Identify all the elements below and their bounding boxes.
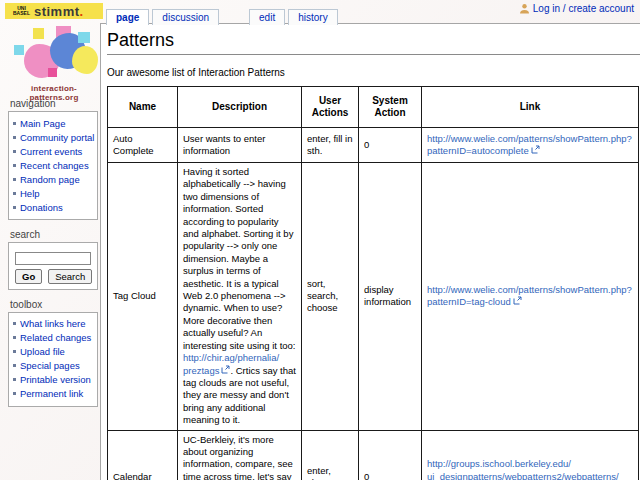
cell-system-action: 0 bbox=[359, 128, 422, 163]
bullet-icon bbox=[13, 322, 16, 325]
uni-basel-stimmt-logo: UNIBASEL stimmt. bbox=[5, 3, 103, 19]
bullet-icon bbox=[13, 350, 16, 353]
site-logo[interactable]: interaction-patterns.org bbox=[8, 24, 100, 98]
toolbox-item-permanent-link[interactable]: Permanent link bbox=[13, 387, 95, 401]
sidebar-item-current-events[interactable]: Current events bbox=[13, 144, 95, 158]
sidebar: navigation Main Page Community portal Cu… bbox=[8, 98, 98, 416]
patterns-table: Name Description User Actions System Act… bbox=[107, 86, 639, 480]
search-portlet: Go Search bbox=[8, 242, 98, 290]
search-heading: search bbox=[10, 229, 98, 240]
cell-link: http:/​/​www.welie.com/​patterns/​showPa… bbox=[422, 163, 639, 431]
description-text: Having it sorted alphabetically --> havi… bbox=[183, 166, 295, 351]
pattern-link[interactable]: http:/​/​www.welie.com/​patterns/​showPa… bbox=[427, 133, 632, 156]
cell-name: Calendar bbox=[108, 430, 178, 480]
tab-history[interactable]: history bbox=[288, 9, 337, 25]
page-tabs: page discussion edit history bbox=[106, 9, 338, 25]
cell-link: http:/​/​groups.ischool.berkeley.edu/​ui… bbox=[422, 430, 639, 480]
search-input[interactable] bbox=[15, 252, 91, 265]
table-row: Calendar UC-Berkleiy, it's more about or… bbox=[108, 430, 639, 480]
toolbox-item-what-links-here[interactable]: What links here bbox=[13, 317, 95, 331]
navigation-heading: navigation bbox=[10, 98, 98, 109]
cell-name: Auto Complete bbox=[108, 128, 178, 163]
cell-system-action: 0 bbox=[359, 430, 422, 480]
toolbox-item-upload-file[interactable]: Upload file bbox=[13, 345, 95, 359]
toolbox-link[interactable]: Related changes bbox=[20, 332, 91, 343]
navigation-portlet: Main Page Community portal Current event… bbox=[8, 111, 98, 220]
cell-description: Having it sorted alphabetically --> havi… bbox=[178, 163, 302, 431]
cell-user-actions: enter, choose bbox=[302, 430, 359, 480]
bullet-icon bbox=[13, 192, 16, 195]
sidebar-link[interactable]: Main Page bbox=[20, 118, 65, 129]
cell-user-actions: sort, search, choose bbox=[302, 163, 359, 431]
sidebar-link[interactable]: Community portal bbox=[20, 132, 94, 143]
cell-description: UC-Berkleiy, it's more about organizing … bbox=[178, 430, 302, 480]
logo-puzzle-shape bbox=[48, 68, 57, 77]
column-header-link: Link bbox=[422, 87, 639, 128]
login-link[interactable]: Log in / create account bbox=[533, 3, 634, 14]
user-icon bbox=[519, 3, 530, 14]
sidebar-link[interactable]: Help bbox=[20, 188, 40, 199]
bullet-icon bbox=[13, 122, 16, 125]
stimmt-wordmark: stimmt. bbox=[34, 4, 84, 19]
sidebar-item-community-portal[interactable]: Community portal bbox=[13, 130, 95, 144]
toolbox-portlet: What links here Related changes Upload f… bbox=[8, 312, 98, 407]
pattern-link[interactable]: http:/​/​groups.ischool.berkeley.edu/​ui… bbox=[427, 458, 619, 480]
sidebar-item-donations[interactable]: Donations bbox=[13, 200, 95, 214]
cell-name: Tag Cloud bbox=[108, 163, 178, 431]
column-header-description: Description bbox=[178, 87, 302, 128]
logo-puzzle-shape bbox=[14, 45, 24, 55]
tab-edit[interactable]: edit bbox=[249, 9, 285, 25]
main-content: Patterns Our awesome list of Interaction… bbox=[100, 23, 640, 480]
bullet-icon bbox=[13, 378, 16, 381]
tab-discussion[interactable]: discussion bbox=[152, 9, 219, 25]
sidebar-item-recent-changes[interactable]: Recent changes bbox=[13, 158, 95, 172]
column-header-name: Name bbox=[108, 87, 178, 128]
column-header-user-actions: User Actions bbox=[302, 87, 359, 128]
sidebar-link[interactable]: Donations bbox=[20, 202, 63, 213]
cell-system-action: display information bbox=[359, 163, 422, 431]
logo-puzzle-shape bbox=[78, 32, 90, 43]
pattern-link[interactable]: http:/​/​www.welie.com/​patterns/​showPa… bbox=[427, 284, 632, 307]
cell-description: User wants to enter information bbox=[178, 128, 302, 163]
uni-basel-label: UNIBASEL bbox=[13, 6, 30, 16]
tab-page[interactable]: page bbox=[106, 9, 149, 25]
cell-link: http:/​/​www.welie.com/​patterns/​showPa… bbox=[422, 128, 639, 163]
bullet-icon bbox=[13, 392, 16, 395]
column-header-system-action: System Action bbox=[359, 87, 422, 128]
toolbox-heading: toolbox bbox=[10, 299, 98, 310]
go-button[interactable]: Go bbox=[15, 269, 42, 284]
toolbox-item-printable-version[interactable]: Printable version bbox=[13, 373, 95, 387]
search-button[interactable]: Search bbox=[48, 269, 92, 284]
toolbox-link[interactable]: What links here bbox=[20, 318, 85, 329]
table-header-row: Name Description User Actions System Act… bbox=[108, 87, 639, 128]
sidebar-link[interactable]: Random page bbox=[20, 174, 80, 185]
bullet-icon bbox=[13, 150, 16, 153]
user-bar: Log in / create account bbox=[519, 3, 634, 14]
tab-spacer bbox=[222, 9, 246, 25]
sidebar-item-help[interactable]: Help bbox=[13, 186, 95, 200]
logo-puzzle-shape bbox=[72, 46, 98, 74]
sidebar-link[interactable]: Current events bbox=[20, 146, 82, 157]
sidebar-link[interactable]: Recent changes bbox=[20, 160, 89, 171]
toolbox-item-related-changes[interactable]: Related changes bbox=[13, 331, 95, 345]
bullet-icon bbox=[13, 206, 16, 209]
table-row: Auto Complete User wants to enter inform… bbox=[108, 128, 639, 163]
toolbox-link[interactable]: Permanent link bbox=[20, 388, 83, 399]
bullet-icon bbox=[13, 136, 16, 139]
toolbox-item-special-pages[interactable]: Special pages bbox=[13, 359, 95, 373]
logo-puzzle-shape bbox=[33, 28, 44, 39]
page-title: Patterns bbox=[107, 30, 640, 55]
external-link-icon bbox=[531, 145, 540, 154]
external-link-icon bbox=[513, 296, 522, 305]
bullet-icon bbox=[13, 364, 16, 367]
toolbox-link[interactable]: Upload file bbox=[20, 346, 65, 357]
cell-user-actions: enter, fill in sth. bbox=[302, 128, 359, 163]
bullet-icon bbox=[13, 164, 16, 167]
sidebar-item-random-page[interactable]: Random page bbox=[13, 172, 95, 186]
toolbox-link[interactable]: Printable version bbox=[20, 374, 91, 385]
toolbox-link[interactable]: Special pages bbox=[20, 360, 80, 371]
table-row: Tag Cloud Having it sorted alphabeticall… bbox=[108, 163, 639, 431]
sidebar-item-main-page[interactable]: Main Page bbox=[13, 116, 95, 130]
bullet-icon bbox=[13, 336, 16, 339]
intro-text: Our awesome list of Interaction Patterns bbox=[107, 67, 640, 78]
